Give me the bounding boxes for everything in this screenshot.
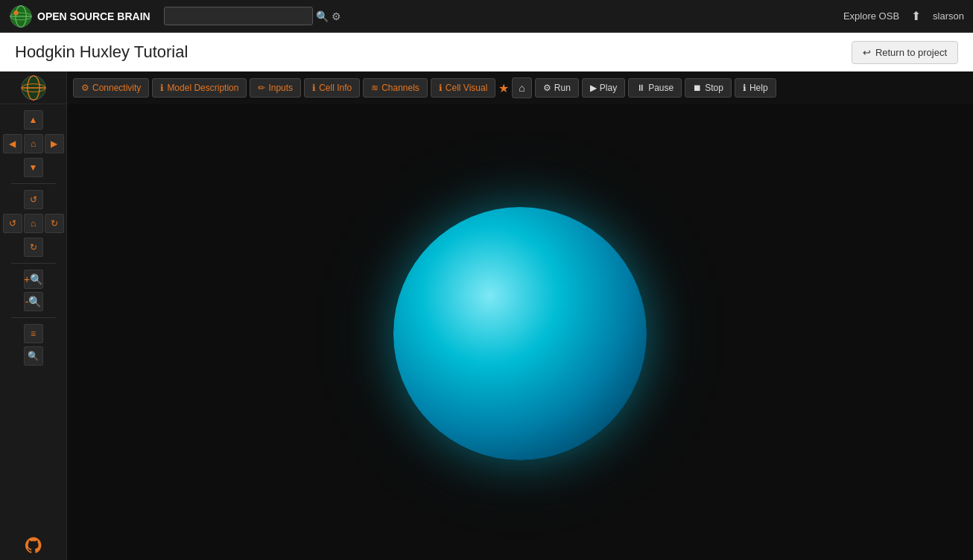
sidebar-divider-2 (11, 263, 56, 264)
model-desc-icon: ℹ (160, 83, 164, 93)
explore-osb-link[interactable]: Explore OSB (843, 10, 899, 22)
canvas-area (67, 104, 973, 560)
tab-connectivity[interactable]: ⚙ Connectivity (73, 78, 149, 98)
tab-model-description-label: Model Description (167, 83, 238, 93)
play-label: Play (600, 83, 617, 93)
return-to-project-button[interactable]: ↩ Return to project (852, 41, 958, 64)
share-icon[interactable]: ⬆ (911, 9, 921, 23)
stop-icon: ⏹ (693, 83, 702, 93)
search-input[interactable] (164, 7, 313, 25)
top-navbar: OPEN SOURCE BRAIN 🔍 ⚙ Explore OSB ⬆ slar… (0, 0, 973, 33)
help-icon: ℹ (743, 83, 747, 93)
control-row: ↺ ⌂ ↻ (3, 214, 64, 233)
nav-left-button[interactable]: ◀ (3, 134, 22, 153)
inputs-icon: ✏ (258, 83, 265, 93)
zoom-out-button[interactable]: -🔍 (24, 292, 43, 311)
logo-text: OPEN SOURCE BRAIN (37, 10, 150, 22)
connectivity-icon: ⚙ (81, 83, 89, 93)
tab-inputs[interactable]: ✏ Inputs (250, 78, 301, 98)
pause-icon: ⏸ (636, 83, 645, 93)
rotate-button[interactable]: ↺ (24, 190, 43, 209)
user-menu[interactable]: slarson (933, 10, 964, 22)
reset-rotation-button[interactable]: ↻ (24, 238, 43, 257)
pause-label: Pause (648, 83, 674, 93)
run-label: Run (554, 83, 571, 93)
sidebar-divider-3 (11, 317, 56, 318)
tab-connectivity-label: Connectivity (92, 83, 141, 93)
nav-horizontal-row: ◀ ⌂ ▶ (3, 134, 64, 153)
logo-area: OPEN SOURCE BRAIN (9, 4, 150, 28)
project-title: Hodgkin Huxley Tutorial (15, 42, 188, 62)
search-button[interactable]: 🔍 (24, 346, 43, 366)
svg-point-4 (13, 10, 18, 15)
cell-info-icon: ℹ (312, 83, 316, 93)
tab-channels[interactable]: ≋ Channels (363, 78, 428, 98)
search-icon[interactable]: 🔍 (316, 10, 329, 22)
github-icon[interactable] (25, 537, 42, 557)
run-icon: ⚙ (543, 83, 551, 93)
list-view-button[interactable]: ≡ (24, 324, 43, 343)
nav-right: Explore OSB ⬆ slarson (843, 9, 964, 23)
project-header: Hodgkin Huxley Tutorial ↩ Return to proj… (0, 33, 973, 71)
run-button[interactable]: ⚙ Run (535, 78, 579, 98)
action-buttons: ★ ⌂ ⚙ Run ▶ Play ⏸ Pause ⏹ Stop ℹ Help (498, 77, 776, 98)
home2-button[interactable]: ⌂ (24, 214, 43, 233)
nav-down-button[interactable]: ▼ (24, 158, 43, 177)
home-button[interactable]: ⌂ (512, 77, 531, 98)
search-settings-icon[interactable]: ⚙ (332, 10, 341, 22)
main-layout: ▲ ◀ ⌂ ▶ ▼ ↺ ↺ ⌂ ↻ ↻ +🔍 -🔍 ≡ 🔍 (0, 104, 973, 560)
sidebar-globe-icon (20, 74, 47, 101)
sidebar-divider-1 (11, 183, 56, 184)
logo-icon (9, 4, 33, 28)
stop-button[interactable]: ⏹ Stop (685, 78, 732, 98)
zoom-in-button[interactable]: +🔍 (24, 270, 43, 289)
stop-label: Stop (705, 83, 723, 93)
tab-cell-visual-label: Cell Visual (446, 83, 487, 93)
nav-up-button[interactable]: ▲ (24, 110, 43, 130)
search-bar: 🔍 ⚙ (164, 7, 341, 25)
tab-model-description[interactable]: ℹ Model Description (152, 78, 247, 98)
help-label: Help (749, 83, 768, 93)
play-button[interactable]: ▶ Play (582, 78, 625, 98)
pause-button[interactable]: ⏸ Pause (628, 78, 682, 98)
neuron-sphere (393, 207, 647, 460)
tab-cell-info-label: Cell Info (319, 83, 352, 93)
return-btn-label: Return to project (875, 47, 947, 58)
star-button[interactable]: ★ (498, 81, 509, 95)
nav-right-button[interactable]: ▶ (45, 134, 64, 153)
top-section: ⚙ Connectivity ℹ Model Description ✏ Inp… (0, 71, 973, 104)
tab-inputs-label: Inputs (268, 83, 293, 93)
tab-channels-label: Channels (381, 83, 419, 93)
left-sidebar: ▲ ◀ ⌂ ▶ ▼ ↺ ↺ ⌂ ↻ ↻ +🔍 -🔍 ≡ 🔍 (0, 104, 67, 560)
return-icon: ↩ (863, 47, 871, 58)
tab-cell-info[interactable]: ℹ Cell Info (304, 78, 360, 98)
tab-cell-visual[interactable]: ℹ Cell Visual (431, 78, 495, 98)
toolbar: ⚙ Connectivity ℹ Model Description ✏ Inp… (67, 71, 782, 104)
undo-button[interactable]: ↺ (3, 214, 22, 233)
cell-visual-icon: ℹ (439, 83, 443, 93)
play-icon: ▶ (590, 83, 597, 93)
help-button[interactable]: ℹ Help (735, 78, 776, 98)
sidebar-globe-area (0, 71, 67, 104)
redo-button[interactable]: ↻ (45, 214, 64, 233)
channels-icon: ≋ (371, 83, 378, 93)
nav-home-button[interactable]: ⌂ (24, 134, 43, 153)
